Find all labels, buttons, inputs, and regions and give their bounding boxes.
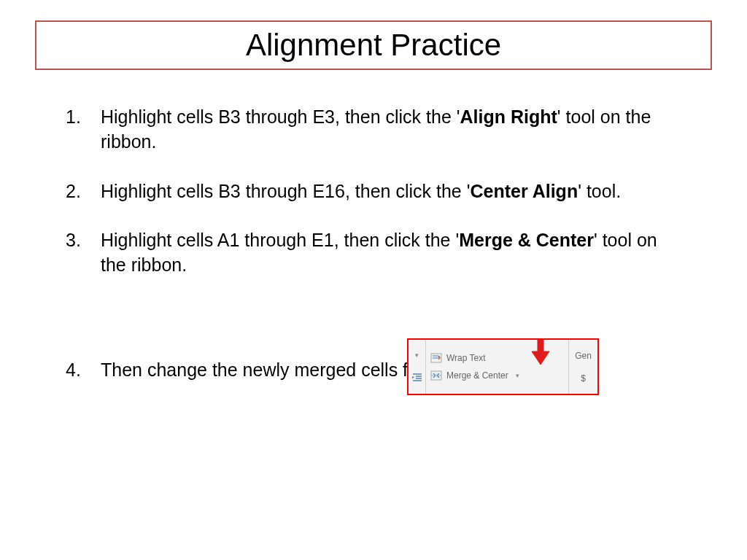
step-number: 4. [66, 358, 101, 383]
merge-center-row: Merge & Center ▾ [430, 370, 564, 381]
merge-center-label: Merge & Center [446, 370, 508, 381]
step-text: Highlight cells B3 through E16, then cli… [101, 179, 681, 204]
ribbon-right-column: Gen $ [568, 340, 597, 394]
dropdown-caret-icon: ▾ [415, 351, 419, 359]
ribbon-screenshot: ▾ Wrap Text Merge & Center ▾ [407, 338, 599, 395]
number-format-label: Gen [575, 351, 592, 361]
dropdown-caret-icon: ▾ [516, 372, 519, 379]
indent-icon [411, 373, 423, 383]
ribbon-left-column: ▾ [409, 340, 426, 394]
merge-center-icon [430, 370, 442, 381]
list-item: 1. Highlight cells B3 through E3, then c… [66, 105, 681, 155]
step-number: 2. [66, 179, 101, 204]
svg-rect-7 [436, 373, 438, 378]
list-item: 2. Highlight cells B3 through E16, then … [66, 179, 681, 204]
title-box: Alignment Practice [35, 20, 712, 70]
list-item: 3. Highlight cells A1 through E1, then c… [66, 228, 681, 278]
step-number: 3. [66, 228, 101, 253]
wrap-text-icon [430, 353, 442, 363]
ribbon-mid-column: Wrap Text Merge & Center ▾ [426, 340, 568, 394]
currency-label: $ [581, 373, 586, 384]
step-number: 1. [66, 105, 101, 130]
slide-title: Alignment Practice [36, 28, 711, 63]
step-text: Highlight cells A1 through E1, then clic… [101, 228, 681, 278]
wrap-text-label: Wrap Text [446, 353, 486, 363]
step-text: Highlight cells B3 through E3, then clic… [101, 105, 681, 155]
red-down-arrow-icon [530, 338, 551, 366]
